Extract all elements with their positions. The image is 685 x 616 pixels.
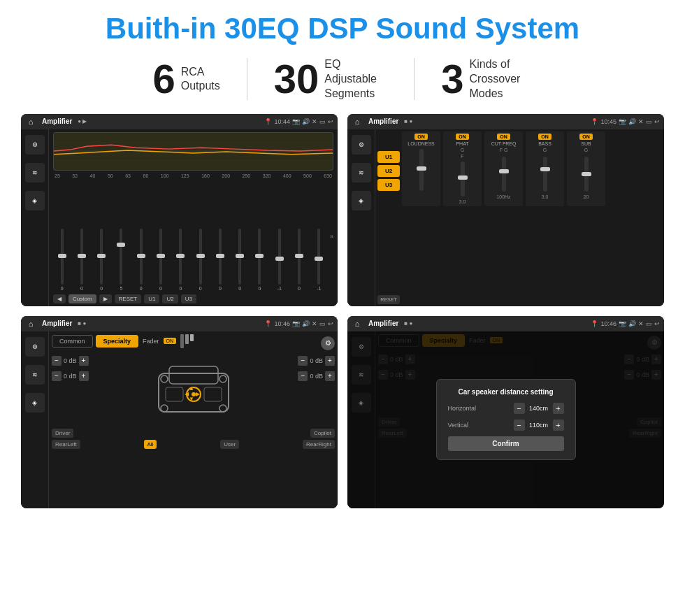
home-icon-1[interactable]: ⌂ xyxy=(25,116,36,127)
eq-screen-card: ⌂ Amplifier ● ▶ 📍 10:44 📷 🔊 ✕ ▭ ↩ ⚙ ≋ ◈ xyxy=(21,114,338,306)
db-plus-fl[interactable]: + xyxy=(79,356,89,366)
stat-number-3: 3 xyxy=(441,59,463,99)
status-icons-1: 📍 10:44 📷 🔊 ✕ ▭ ↩ xyxy=(264,118,333,125)
sidebar-btn-mx1[interactable]: ⚙ xyxy=(25,337,45,357)
bass-on[interactable]: ON xyxy=(538,134,551,140)
loudness-on[interactable]: ON xyxy=(414,134,428,140)
btn-rearleft[interactable]: RearLeft xyxy=(52,440,80,449)
db-val-fl: 0 dB xyxy=(64,357,77,364)
sub-slider[interactable] xyxy=(584,157,589,192)
db-minus-rr[interactable]: − xyxy=(298,371,308,381)
sidebar-btn-eq2[interactable]: ≋ xyxy=(25,163,45,182)
slider-col-10: 0 xyxy=(251,229,268,291)
stat-rca: 6 RCA Outputs xyxy=(126,59,246,99)
db-minus-fr[interactable]: − xyxy=(298,356,308,366)
stat-number-6: 6 xyxy=(152,59,175,99)
sidebar-btn-mx3[interactable]: ◈ xyxy=(25,393,45,413)
stats-row: 6 RCA Outputs 30 EQ Adjustable Segments … xyxy=(21,57,664,101)
db-plus-rl[interactable]: + xyxy=(79,371,89,381)
slider-col-5: 0 xyxy=(152,229,169,291)
eq-prev-btn[interactable]: ◀ xyxy=(53,294,66,303)
bass-slider[interactable] xyxy=(543,157,547,192)
horizontal-plus[interactable]: + xyxy=(553,403,564,414)
eq-u1-btn[interactable]: U1 xyxy=(144,294,159,303)
status-icons-3: 📍 10:46 📷 🔊 ✕ ▭ ↩ xyxy=(264,320,333,327)
home-icon-4[interactable]: ⌂ xyxy=(352,318,363,329)
vertical-label: Vertical xyxy=(448,422,469,429)
stat-desc-rca: RCA Outputs xyxy=(181,65,220,94)
loudness-slider[interactable] xyxy=(419,149,424,191)
eq-u2-btn[interactable]: U2 xyxy=(162,294,178,303)
slider-col-8: 0 xyxy=(211,229,229,291)
btn-driver[interactable]: Driver xyxy=(52,429,73,438)
ctrl-loudness: ON LOUDNESS xyxy=(402,131,440,206)
crossover-screen-content: ⚙ ≋ ◈ U1 U2 U3 RESET ON xyxy=(347,129,664,306)
app-name-4: Amplifier xyxy=(368,320,398,327)
sidebar-btn-cx3[interactable]: ◈ xyxy=(352,191,371,210)
confirm-button[interactable]: Confirm xyxy=(448,436,564,451)
slider-col-9: 0 xyxy=(231,229,249,291)
channel-list: U1 U2 U3 RESET xyxy=(377,131,400,304)
db-val-fr: 0 dB xyxy=(310,357,323,364)
svg-rect-6 xyxy=(204,387,222,401)
settings-icon[interactable]: ⚙ xyxy=(321,336,335,350)
ctrl-sub: ON SUB G 20 xyxy=(567,131,605,206)
sidebar-btn-eq3[interactable]: ◈ xyxy=(25,191,45,210)
sidebar-btn-mx2[interactable]: ≋ xyxy=(25,365,45,385)
home-icon-2[interactable]: ⌂ xyxy=(352,116,363,127)
vertical-plus[interactable]: + xyxy=(553,420,564,431)
db-minus-rl[interactable]: − xyxy=(52,371,62,381)
channel-u2[interactable]: U2 xyxy=(377,165,400,177)
sidebar-btn-cx1[interactable]: ⚙ xyxy=(352,135,371,155)
btn-all[interactable]: All xyxy=(144,440,157,449)
btn-rearright[interactable]: RearRight xyxy=(303,440,335,449)
eq-reset-btn[interactable]: RESET xyxy=(115,294,142,303)
cutfreq-on[interactable]: ON xyxy=(497,134,510,140)
eq-dots: ● ▶ xyxy=(78,118,87,124)
sub-on[interactable]: ON xyxy=(579,134,593,140)
crossover-reset-btn[interactable]: RESET xyxy=(377,295,400,304)
tab-specialty[interactable]: Specialty xyxy=(96,335,139,348)
btn-user[interactable]: User xyxy=(220,440,239,449)
stat-crossover: 3 Kinds of Crossover Modes xyxy=(414,57,558,101)
status-bar-4: ⌂ Amplifier ■ ● 📍 10:46 📷 🔊 ✕ ▭ ↩ xyxy=(347,316,664,331)
db-control-fr: − 0 dB + xyxy=(298,356,335,366)
sidebar-btn-eq1[interactable]: ⚙ xyxy=(25,135,45,155)
eq-sliders: 0 0 0 5 xyxy=(53,180,333,292)
status-bar-1: ⌂ Amplifier ● ▶ 📍 10:44 📷 🔊 ✕ ▭ ↩ xyxy=(21,114,338,129)
db-plus-rr[interactable]: + xyxy=(325,371,335,381)
cutfreq-slider[interactable] xyxy=(502,157,506,192)
slider-col-7: 0 xyxy=(192,229,209,291)
phat-on[interactable]: ON xyxy=(456,134,469,140)
eq-more-arrow[interactable]: » xyxy=(330,233,333,240)
bottom-labels-3b: RearLeft All User RearRight xyxy=(52,440,335,449)
db-minus-fl[interactable]: − xyxy=(52,356,62,366)
sidebar-btn-cx2[interactable]: ≋ xyxy=(352,163,371,182)
eq-custom-btn[interactable]: Custom xyxy=(68,294,96,303)
channel-u1[interactable]: U1 xyxy=(377,151,400,163)
home-icon-3[interactable]: ⌂ xyxy=(25,318,36,329)
cutfreq-label: CUT FREQ xyxy=(491,141,517,146)
slider-col-4: 0 xyxy=(132,229,150,291)
stat-desc-eq: EQ Adjustable Segments xyxy=(324,57,387,101)
db-plus-fr[interactable]: + xyxy=(325,356,335,366)
eq-u3-btn[interactable]: U3 xyxy=(181,294,196,303)
slider-col-6: 0 xyxy=(172,229,189,291)
ctrl-cutfreq: ON CUT FREQ F G 100Hz xyxy=(484,131,523,206)
fader-on[interactable]: ON xyxy=(164,338,177,344)
vertical-value: 110cm xyxy=(528,422,550,429)
fader-label: Fader xyxy=(143,338,159,345)
channel-u3[interactable]: U3 xyxy=(377,179,400,191)
status-bar-2: ⌂ Amplifier ■ ● 📍 10:45 📷 🔊 ✕ ▭ ↩ xyxy=(347,114,664,129)
btn-copilot[interactable]: Copilot xyxy=(310,429,335,438)
sub-label: SUB xyxy=(581,141,591,146)
eq-next-btn[interactable]: ▶ xyxy=(99,294,112,303)
status-icons-2: 📍 10:45 📷 🔊 ✕ ▭ ↩ xyxy=(591,118,660,125)
vertical-minus[interactable]: − xyxy=(514,420,525,431)
phat-slider[interactable] xyxy=(461,162,465,196)
horizontal-value: 140cm xyxy=(528,405,550,412)
tab-common[interactable]: Common xyxy=(52,335,93,348)
mixer-dots: ■ ● xyxy=(78,320,86,327)
horizontal-minus[interactable]: − xyxy=(514,403,525,414)
mixer-screen-content: ⚙ ≋ ◈ Common Specialty Fader ON xyxy=(21,331,338,508)
